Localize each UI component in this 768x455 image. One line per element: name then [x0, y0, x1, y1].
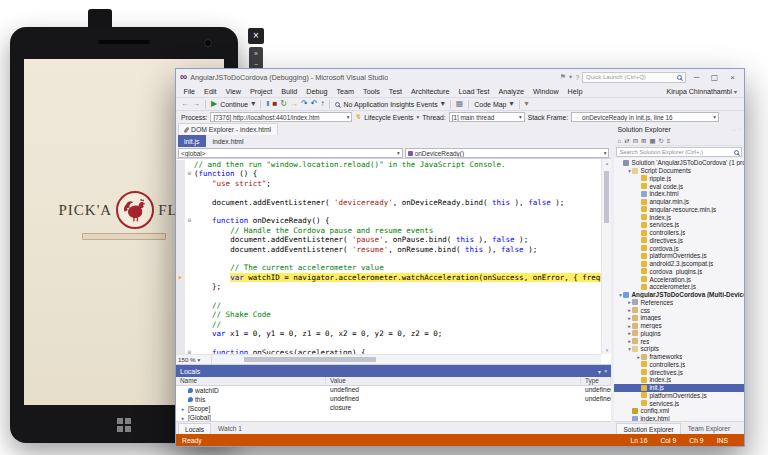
tree-item-angular-min-js[interactable]: angular.min.js [614, 198, 744, 206]
application-insights-icon[interactable] [335, 102, 340, 107]
tree-item-platformoverrides-js[interactable]: platformOverrides.js [614, 252, 744, 260]
tree-item-cordova-js[interactable]: cordova.js [614, 244, 744, 252]
tree-item-accelerometer-js[interactable]: accelerometer.js [614, 283, 744, 291]
tree-item-config-xml[interactable]: config.xml [614, 407, 744, 415]
tree-item-solution-angularjstodocordova-1-project[interactable]: Solution 'AngularJSToDoCordova' (1 proje… [614, 159, 744, 167]
emulator-button-1[interactable]: − [254, 61, 258, 68]
show-next-statement-icon[interactable]: → [290, 100, 298, 108]
tab-watch-1[interactable]: Watch 1 [212, 423, 248, 434]
tree-item-acceleration-js[interactable]: Acceleration.js [614, 275, 744, 283]
breakpoint-margin[interactable] [176, 320, 185, 329]
menu-architecture[interactable]: Architecture [407, 87, 454, 96]
code-line-3[interactable]: "use strict"; [176, 179, 601, 188]
tree-item-script-documents[interactable]: ▾Script Documents [614, 167, 744, 175]
expander-icon[interactable]: ▸ [180, 406, 186, 412]
breakpoint-margin[interactable] [176, 216, 185, 225]
scroll-down-icon[interactable]: ▾ [602, 347, 611, 353]
tree-item-references[interactable]: ▸References [614, 299, 744, 307]
application-insights-button[interactable]: No Application Insights Events [343, 101, 437, 108]
tree-item-images[interactable]: ▸images [614, 314, 744, 322]
breakpoint-margin[interactable] [176, 329, 185, 338]
code-map-button[interactable]: Code Map [474, 101, 506, 108]
emulator-button-0[interactable]: » [254, 50, 258, 57]
scroll-up-icon[interactable]: ▴ [602, 160, 611, 166]
breakpoint-margin[interactable] [176, 198, 185, 207]
continue-button[interactable]: Continue [220, 101, 248, 108]
code-line-18[interactable]: // [176, 320, 601, 329]
breakpoint-margin[interactable] [176, 338, 185, 347]
maximize-button[interactable]: ▢ [707, 73, 722, 82]
breakpoint-margin[interactable] [176, 310, 185, 319]
restart-icon[interactable]: ↻ [280, 100, 287, 108]
tab-dom-explorer[interactable]: DOM Explorer - index.html [178, 123, 278, 135]
breakpoint-margin[interactable] [176, 263, 185, 272]
step-out-icon[interactable]: ↑ [320, 100, 324, 108]
vertical-scrollbar[interactable]: ▴ ▾ [601, 159, 611, 354]
code-line-17[interactable]: // Shake Code [176, 310, 601, 319]
code-line-19[interactable]: var x1 = 0, y1 = 0, z1 = 0, x2 = 0, y2 =… [176, 329, 601, 338]
break-all-icon[interactable]: ‖ [266, 100, 269, 108]
member-dropdown[interactable]: onDeviceReady() ▾ [405, 148, 610, 158]
breakpoint-margin[interactable] [176, 235, 185, 244]
tree-item-plugins[interactable]: ▸plugins [614, 330, 744, 338]
tree-item-ripple-js[interactable]: ripple.js [614, 175, 744, 183]
menu-project[interactable]: Project [245, 87, 276, 96]
solution-explorer-header[interactable]: Solution Explorer ▾× [614, 123, 744, 135]
menu-analyze[interactable]: Analyze [494, 87, 529, 96]
expander-icon[interactable]: ▸ [180, 415, 186, 421]
tab-index-html[interactable]: index.html [207, 135, 250, 147]
breakpoint-margin[interactable] [176, 254, 185, 263]
se-header-icon-1[interactable]: × [737, 126, 741, 133]
close-button[interactable]: × [725, 73, 740, 82]
process-combobox[interactable]: [7376] http://localhost:4401/index.htm ▾ [210, 112, 352, 122]
ide-grid-icon[interactable]: ▦ [456, 100, 464, 108]
scrollbar-thumb[interactable] [244, 357, 376, 362]
code-line-11[interactable] [176, 254, 601, 263]
code-line-2[interactable]: ⊟(function () { [176, 169, 601, 178]
code-line-16[interactable]: // [176, 301, 601, 310]
menu-debug[interactable]: Debug [302, 87, 332, 96]
tree-item-directives-js[interactable]: directives.js [614, 237, 744, 245]
solution-search-input[interactable]: Search Solution Explorer (Ctrl+;) [616, 147, 742, 157]
tree-item-angularjstodocordova-multi-device-hybrid-app[interactable]: ▾AngularJSToDoCordova (Multi-Device Hybr… [614, 291, 744, 299]
step-into-icon[interactable]: ↷ [301, 100, 308, 108]
menu-load-test[interactable]: Load Test [454, 87, 494, 96]
breakpoint-margin[interactable] [176, 226, 185, 235]
fold-margin[interactable]: ⊟ [185, 216, 194, 225]
navigate-forward-icon[interactable]: → [192, 100, 200, 108]
menu-build[interactable]: Build [277, 87, 302, 96]
tree-item-angular-resource-min-js[interactable]: angular-resource.min.js [614, 206, 744, 214]
menu-team[interactable]: Team [332, 87, 359, 96]
se-toolbar-icon-3[interactable]: ⊞ [641, 137, 646, 144]
se-toolbar-icon-6[interactable]: ≡ [667, 137, 671, 144]
code-line-15[interactable] [176, 291, 601, 300]
signed-in-user[interactable]: Kirupa Chinnathambi [667, 88, 732, 95]
code-line-20[interactable] [176, 338, 601, 347]
breakpoint-margin[interactable] [176, 282, 185, 291]
tree-item-init-js[interactable]: init.js [614, 384, 744, 392]
se-header-icon-0[interactable]: ▾ [732, 126, 735, 133]
se-toolbar-icon-2[interactable]: ⊟ [633, 137, 638, 144]
tree-item-index-js[interactable]: index.js [614, 376, 744, 384]
breakpoint-margin[interactable] [176, 160, 185, 169]
menu-tools[interactable]: Tools [359, 87, 385, 96]
tree-item-eval-code-js[interactable]: eval code.js [614, 182, 744, 190]
tree-item-frameworks[interactable]: ▸frameworks [614, 353, 744, 361]
menu-view[interactable]: View [221, 87, 245, 96]
locals-header-icon-0[interactable]: ▾ [598, 368, 601, 375]
breakpoint-margin[interactable] [176, 245, 185, 254]
scope-dropdown[interactable]: <global> ▾ [178, 148, 403, 158]
user-dropdown-icon[interactable]: ▾ [734, 88, 737, 95]
breakpoint-margin[interactable] [176, 179, 185, 188]
menu-window[interactable]: Window [529, 87, 564, 96]
tree-item-directives-js[interactable]: directives.js [614, 368, 744, 376]
se-toolbar-icon-5[interactable]: ↻ [658, 137, 663, 144]
insights-dropdown-icon[interactable]: ▾ [441, 100, 445, 108]
tree-item-services-js[interactable]: services.js [614, 399, 744, 407]
zoom-dropdown[interactable]: 150 % ▾ [176, 355, 212, 364]
code-map-dropdown-icon[interactable]: ▾ [510, 100, 514, 108]
lifecycle-events-button[interactable]: Lifecycle Events [364, 114, 413, 121]
menu-edit[interactable]: Edit [200, 87, 221, 96]
tree-item-services-js[interactable]: services.js [614, 221, 744, 229]
se-toolbar-icon-4[interactable]: ▦ [649, 137, 655, 144]
